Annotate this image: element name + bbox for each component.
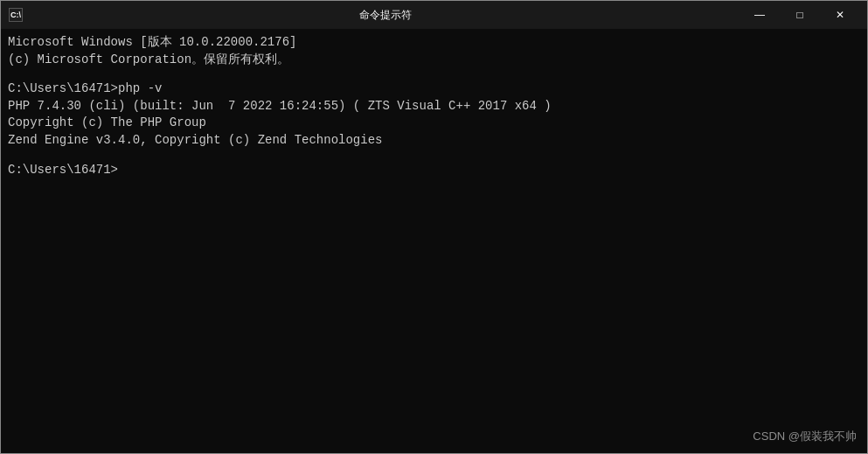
cmd-icon-image: C:\ [9, 8, 23, 22]
terminal-line-2 [8, 68, 860, 80]
cmd-window: C:\ 命令提示符 — □ ✕ Microsoft Windows [版本 10… [0, 0, 868, 454]
terminal-line-8: C:\Users\16471> [8, 162, 860, 179]
terminal-area[interactable]: Microsoft Windows [版本 10.0.22000.2176] (… [1, 29, 867, 453]
maximize-button[interactable]: □ [780, 1, 820, 29]
terminal-line-5: Copyright (c) The PHP Group [8, 115, 860, 132]
terminal-line-1: (c) Microsoft Corporation。保留所有权利。 [8, 52, 860, 69]
terminal-line-0: Microsoft Windows [版本 10.0.22000.2176] [8, 34, 860, 52]
close-button[interactable]: ✕ [820, 1, 860, 29]
terminal-line-4: PHP 7.4.30 (cli) (built: Jun 7 2022 16:2… [8, 98, 860, 115]
window-controls: — □ ✕ [740, 1, 860, 29]
window-icon: C:\ [8, 7, 24, 23]
title-bar: C:\ 命令提示符 — □ ✕ [1, 1, 867, 29]
terminal-line-7 [8, 150, 860, 162]
window-title: 命令提示符 [31, 8, 740, 23]
terminal-line-3: C:\Users\16471>php -v [8, 80, 860, 98]
watermark: CSDN @假装我不帅 [753, 429, 857, 444]
terminal-line-6: Zend Engine v3.4.0, Copyright (c) Zend T… [8, 132, 860, 150]
minimize-button[interactable]: — [740, 1, 780, 29]
